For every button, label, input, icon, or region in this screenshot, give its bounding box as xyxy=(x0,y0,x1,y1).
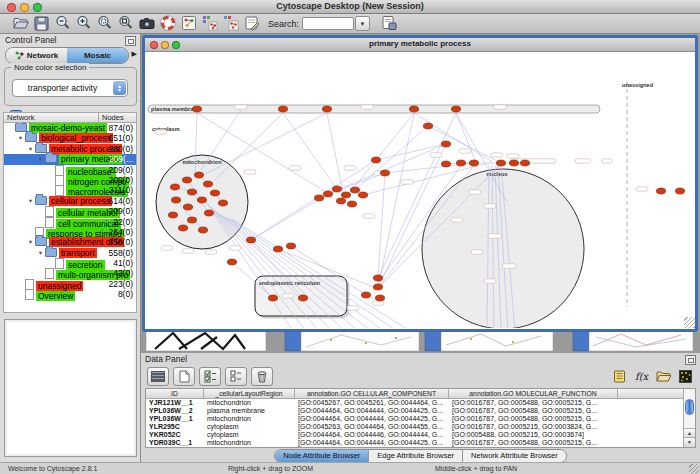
network-node[interactable] xyxy=(314,195,323,201)
network-node[interactable] xyxy=(380,170,389,176)
table-options-icon[interactable] xyxy=(147,367,169,386)
snapshot-icon[interactable] xyxy=(138,14,155,31)
column-header[interactable]: _cellularLayoutRegion xyxy=(204,389,295,399)
table-row[interactable]: YKR052Ccytoplasm[GO:0044464, GO:0044446,… xyxy=(146,431,695,439)
network-node[interactable] xyxy=(194,172,203,178)
network-node[interactable] xyxy=(183,204,192,210)
network-view-window[interactable]: primary metabolic process plasma membran… xyxy=(142,35,698,332)
network-node[interactable] xyxy=(341,192,350,198)
network-node[interactable] xyxy=(358,192,367,198)
plugin-manager-icon[interactable] xyxy=(380,14,397,31)
tree-row[interactable]: ▼transport558(0) xyxy=(4,248,136,258)
tab-mosaic[interactable]: Mosaic xyxy=(67,48,128,63)
network-node[interactable] xyxy=(469,160,478,166)
tree-row[interactable]: mosaic-demo-yeast874(0) xyxy=(4,123,136,133)
scroll-down-icon[interactable]: ▼ xyxy=(684,437,695,447)
network-node[interactable] xyxy=(210,190,219,196)
network-edge[interactable] xyxy=(205,113,327,174)
scrollbar-thumb[interactable] xyxy=(685,399,694,415)
delete-attribute-icon[interactable] xyxy=(251,367,273,386)
window-resize-grip[interactable] xyxy=(689,464,699,474)
network-node[interactable] xyxy=(371,157,380,163)
node-color-dropdown[interactable]: transporter activity ▲▼ xyxy=(12,79,128,97)
network-node[interactable] xyxy=(441,161,450,167)
network-node[interactable] xyxy=(187,189,196,195)
network-node[interactable] xyxy=(227,259,236,265)
zoom-in-icon[interactable] xyxy=(75,14,92,31)
network-node[interactable] xyxy=(246,237,255,243)
tree-row[interactable]: Overview8(0) xyxy=(4,289,136,299)
network-node[interactable] xyxy=(456,160,465,166)
network-node[interactable] xyxy=(520,160,529,166)
import-attributes-icon[interactable] xyxy=(654,368,672,384)
network-node[interactable] xyxy=(268,295,277,301)
tree-row-label[interactable]: mosaic-demo-yeast xyxy=(29,123,107,133)
zoom-selected-icon[interactable] xyxy=(96,14,113,31)
tree-row[interactable]: response to stimulu264(0) xyxy=(4,227,136,237)
tree-row[interactable]: ▼primary metabo209(... xyxy=(4,154,136,164)
network-view-titlebar[interactable]: primary metabolic process xyxy=(145,38,695,52)
tree-header-network[interactable]: Network xyxy=(3,112,99,123)
tree-row-label[interactable]: cellular process xyxy=(49,196,112,206)
expand-arrow-icon[interactable]: ▼ xyxy=(36,154,45,164)
tree-row[interactable]: multi-organism pro42(0) xyxy=(4,268,136,278)
tree-row[interactable]: cell communicat22(0) xyxy=(4,217,136,227)
zoom-fit-icon[interactable] xyxy=(117,14,134,31)
tab-edge-attribute-browser[interactable]: Edge Attribute Browser xyxy=(369,450,463,462)
network-node[interactable] xyxy=(203,181,212,187)
network-edge[interactable] xyxy=(376,144,446,160)
tab-network-attribute-browser[interactable]: Network Attribute Browser xyxy=(463,450,566,462)
select-attributes-icon[interactable] xyxy=(199,367,221,386)
column-header[interactable]: annotation.GO MOLECULAR_FUNCTION xyxy=(449,389,618,399)
tab-node-attribute-browser[interactable]: Node Attribute Browser xyxy=(275,450,369,462)
network-edge[interactable] xyxy=(251,160,376,240)
network-node[interactable] xyxy=(198,227,207,233)
network-node[interactable] xyxy=(336,198,345,204)
tree-row[interactable]: secretion41(0) xyxy=(4,258,136,268)
network-node[interactable] xyxy=(509,160,518,166)
table-row[interactable]: YPL036W__2plasma membrane[GO:0044464, GO… xyxy=(146,407,695,415)
network-node[interactable] xyxy=(286,243,295,249)
network-canvas[interactable]: plasma membranecytoplasmmitochondrionnuc… xyxy=(145,52,695,328)
apply-layout-icon[interactable] xyxy=(201,14,218,31)
network-overview-icon[interactable] xyxy=(180,14,197,31)
network-node[interactable] xyxy=(451,106,460,112)
network-node[interactable] xyxy=(347,201,356,207)
network-edge[interactable] xyxy=(327,113,343,193)
help-ring-icon[interactable] xyxy=(159,14,176,31)
network-node[interactable] xyxy=(496,160,505,166)
tab-network[interactable]: Network xyxy=(6,48,67,63)
tree-row[interactable]: ▼metabolic process280(0) xyxy=(4,144,136,154)
expand-arrow-icon[interactable]: ▼ xyxy=(26,237,35,247)
view-resize-grip[interactable] xyxy=(684,317,695,328)
attribute-list-icon[interactable] xyxy=(610,368,628,384)
network-node[interactable] xyxy=(182,177,191,183)
expand-arrow-icon[interactable]: ▼ xyxy=(16,133,25,143)
network-node[interactable] xyxy=(323,191,332,197)
column-header[interactable]: annotation.GO CELLULAR_COMPONENT xyxy=(295,389,449,399)
table-row[interactable]: YDR039C__1mitochondrion[GO:0044464, GO:0… xyxy=(146,439,695,447)
tree-header-nodes[interactable]: Nodes xyxy=(99,112,137,123)
network-edge[interactable] xyxy=(414,113,492,162)
network-node[interactable] xyxy=(656,188,665,194)
plasma-membrane-region[interactable] xyxy=(148,105,600,113)
network-node[interactable] xyxy=(170,184,179,190)
search-input[interactable] xyxy=(302,17,354,30)
expand-arrow-icon[interactable]: ▼ xyxy=(26,144,35,154)
table-row[interactable]: YPL036W__1mitochondrion[GO:0044464, GO:0… xyxy=(146,415,695,423)
destroy-view-icon[interactable] xyxy=(222,14,239,31)
zoom-out-icon[interactable] xyxy=(54,14,71,31)
dropdown-stepper-icon[interactable]: ▲▼ xyxy=(113,81,126,95)
tree-row[interactable]: cellular metabol209(0) xyxy=(4,206,136,216)
search-dropdown-button[interactable]: ▼ xyxy=(355,16,370,31)
network-node[interactable] xyxy=(373,275,382,281)
tree-row[interactable]: macromolecule311(0) xyxy=(4,185,136,195)
tree-row-label[interactable]: biological_process xyxy=(39,133,113,143)
tree-row[interactable]: ▼establishment of lo558(0) xyxy=(4,237,136,247)
network-edge[interactable] xyxy=(355,126,428,190)
unselect-attributes-icon[interactable] xyxy=(225,367,247,386)
tree-row[interactable]: ▼cellular process614(0) xyxy=(4,196,136,206)
table-row[interactable]: YLR295Ccytoplasm[GO:0045263, GO:0044464,… xyxy=(146,423,695,431)
network-node[interactable] xyxy=(409,106,418,112)
network-node[interactable] xyxy=(361,292,370,298)
